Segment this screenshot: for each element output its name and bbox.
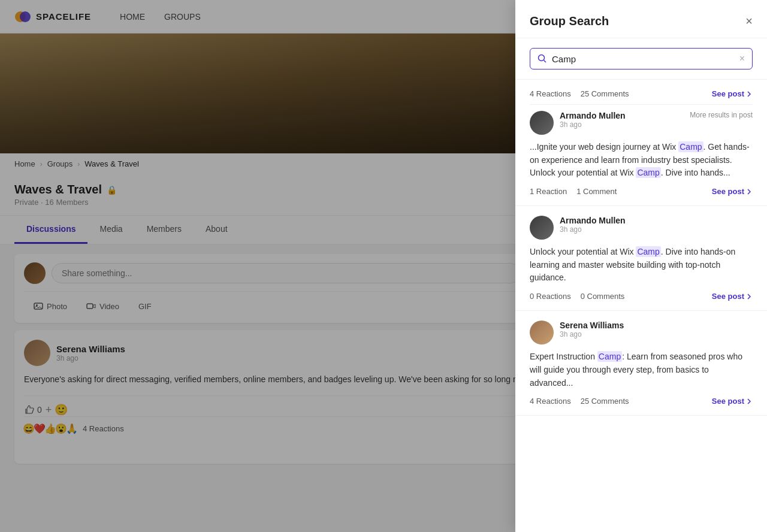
highlight: Camp (597, 351, 622, 362)
sub-counts-1: 1 Reaction 1 Comment (530, 187, 617, 196)
result-author-avatar-1 (530, 111, 554, 135)
chevron-right-icon (745, 398, 753, 405)
result-counts-2: 0 Reactions 0 Comments (530, 292, 624, 301)
sub-see-post-1[interactable]: See post (712, 187, 753, 196)
result-text-1: ...Ignite your web design journey at Wix… (530, 141, 753, 180)
search-result-2: Armando Mullen 3h ago Unlock your potent… (515, 206, 767, 311)
result-counts-3: 4 Reactions 25 Comments (530, 397, 629, 406)
drawer-search: × (515, 38, 767, 80)
comments-label-1: 25 Comments (581, 89, 629, 98)
clear-search-button[interactable]: × (739, 53, 745, 64)
sub-result-meta-1: 1 Reaction 1 Comment See post (530, 187, 753, 196)
result-author-info-2: Armando Mullen 3h ago (560, 216, 626, 234)
result-author-3: Serena Williams 3h ago (530, 321, 753, 344)
result-author-info-3: Serena Williams 3h ago (560, 321, 624, 338)
result-text-2: Unlock your potential at Wix Camp. Dive … (530, 246, 753, 285)
result-author-1: Armando Mullen 3h ago More results in po… (530, 111, 753, 135)
result-author-info-1: Armando Mullen 3h ago (560, 111, 626, 129)
see-post-3[interactable]: See post (712, 397, 753, 406)
result-meta-2: 0 Reactions 0 Comments See post (530, 292, 753, 301)
reactions-label-1: 4 Reactions (530, 89, 571, 98)
search-result-3: Serena Williams 3h ago Expert Instructio… (515, 311, 767, 416)
highlight: Camp (636, 246, 660, 257)
search-icon (537, 54, 547, 64)
search-result: 4 Reactions 25 Comments See post Armando… (515, 80, 767, 206)
see-post-1[interactable]: See post (712, 89, 753, 98)
search-input[interactable] (552, 54, 735, 64)
chevron-right-icon (745, 90, 753, 98)
result-author-avatar-3 (530, 321, 554, 344)
chevron-right-icon (745, 293, 753, 300)
content-area: Home › Groups › Waves & Travel Waves & T… (0, 34, 767, 532)
highlight: Camp (678, 141, 703, 152)
result-counts-1: 4 Reactions 25 Comments (530, 89, 629, 98)
more-results-1: More results in post (690, 111, 753, 119)
result-author-2: Armando Mullen 3h ago (530, 216, 753, 240)
see-post-2[interactable]: See post (712, 292, 753, 301)
result-meta-1: 4 Reactions 25 Comments See post (530, 89, 753, 98)
result-text-3: Expert Instruction Camp: Learn from seas… (530, 350, 753, 389)
search-drawer: Group Search × × 4 Reactions (515, 34, 767, 532)
result-meta-3: 4 Reactions 25 Comments See post (530, 397, 753, 406)
svg-point-17 (539, 55, 545, 61)
highlight: Camp (636, 167, 660, 178)
search-box: × (530, 48, 753, 69)
chevron-right-icon (745, 188, 753, 195)
drawer-header: Group Search × (515, 34, 767, 38)
result-author-avatar-2 (530, 216, 554, 240)
svg-line-18 (544, 61, 546, 63)
